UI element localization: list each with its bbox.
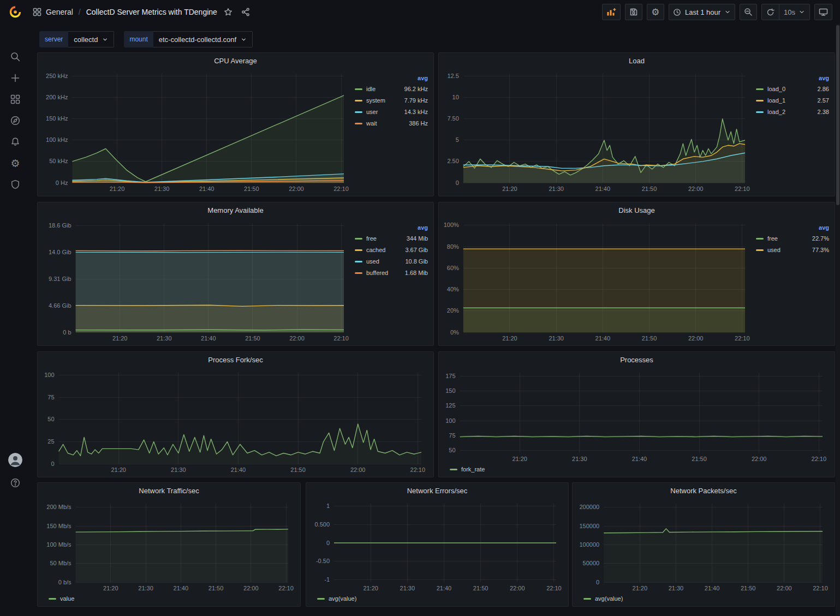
panel-title[interactable]: Network Traffic/sec [38, 483, 300, 498]
legend-item-cached[interactable]: cached3.67 Gib [355, 247, 428, 253]
chart-network-packets[interactable]: 21:2021:3021:4021:5022:0022:100500001000… [577, 498, 830, 593]
panel-title[interactable]: Process Fork/sec [38, 352, 433, 367]
legend-item-load_2[interactable]: load_22.38 [756, 109, 829, 115]
time-range-picker[interactable]: Last 1 hour [669, 4, 735, 20]
legend-item-free[interactable]: free344 Mib [355, 235, 428, 242]
legend-item-avg(value)[interactable]: avg(value) [583, 595, 623, 602]
legend-avg-header[interactable]: avg [756, 224, 829, 231]
alerting-icon [10, 136, 21, 147]
svg-text:21:20: 21:20 [363, 585, 378, 591]
svg-text:22:10: 22:10 [278, 585, 294, 591]
legend-label: user [366, 109, 378, 115]
zoom-out-button[interactable] [740, 4, 757, 20]
legend-item-load_1[interactable]: load_12.57 [756, 97, 829, 104]
panel-title[interactable]: Memory Available [38, 202, 433, 218]
panel-title[interactable]: Disk Usage [439, 202, 835, 218]
clock-icon [673, 8, 681, 16]
svg-text:9.31 Gib: 9.31 Gib [49, 276, 72, 282]
chart-load[interactable]: 21:2021:3021:4021:5022:0022:1002.5057.50… [443, 68, 753, 194]
svg-text:21:20: 21:20 [110, 186, 125, 192]
chart-network-errors[interactable]: 21:2021:3021:4021:5022:0022:10-1-0.5000.… [311, 498, 564, 593]
svg-text:150 kHz: 150 kHz [46, 115, 68, 122]
sidebar-item-configuration[interactable]: ⚙ [7, 154, 24, 172]
legend-avg-header[interactable]: avg [355, 75, 428, 81]
legend-item-user[interactable]: user14.3 kHz [355, 109, 428, 115]
panel-title[interactable]: Processes [439, 352, 835, 367]
svg-text:21:20: 21:20 [111, 467, 126, 473]
chart-disk-usage[interactable]: 21:2021:3021:4021:5022:0022:100%20%40%60… [443, 218, 753, 343]
panel-title[interactable]: CPU Average [38, 53, 433, 68]
legend-item-wait[interactable]: wait386 Hz [355, 120, 428, 127]
refresh-button[interactable] [762, 4, 779, 20]
chevron-down-icon [724, 9, 731, 15]
add-panel-button[interactable] [602, 4, 621, 20]
legend-item-fork_rate[interactable]: fork_rate [450, 466, 485, 473]
legend-label: idle [366, 86, 376, 92]
sidebar-item-search[interactable] [7, 48, 24, 65]
variable-server-select[interactable]: collectd [68, 31, 114, 47]
sidebar-item-server-admin[interactable] [7, 176, 24, 193]
legend-item-system[interactable]: system7.79 kHz [355, 97, 428, 104]
legend-item-avg(value)[interactable]: avg(value) [317, 595, 356, 602]
cycle-view-button[interactable] [814, 4, 832, 20]
user-avatar[interactable] [8, 453, 22, 467]
panel-cpu-average: CPU Average 21:2021:3021:4021:5022:0022:… [37, 52, 434, 196]
legend-item-buffered[interactable]: buffered1.68 Mib [355, 270, 428, 276]
apps-icon [33, 8, 41, 16]
svg-text:150000: 150000 [579, 523, 599, 529]
share-button[interactable] [239, 5, 252, 19]
legend-item-value[interactable]: value [49, 595, 74, 602]
sidebar-item-dashboards[interactable] [7, 91, 24, 108]
grafana-logo[interactable] [8, 4, 23, 20]
variable-mount-label: mount [124, 31, 153, 47]
variable-mount-value: etc-collectd-collectd.conf [159, 35, 236, 44]
chart-process-fork[interactable]: 21:2021:3021:4021:5022:0022:100255075100 [42, 367, 429, 475]
variable-mount-select[interactable]: etc-collectd-collectd.conf [153, 31, 253, 47]
legend-item-used[interactable]: used77.3% [756, 247, 829, 253]
star-button[interactable] [222, 5, 235, 19]
refresh-interval-select[interactable]: 10s [779, 4, 809, 20]
svg-text:21:30: 21:30 [157, 335, 172, 342]
svg-text:22:00: 22:00 [510, 585, 525, 591]
chart-cpu-average[interactable]: 21:2021:3021:4021:5022:0022:100 Hz50 kHz… [42, 68, 352, 194]
refresh-picker: 10s [761, 4, 810, 20]
svg-text:21:50: 21:50 [473, 585, 488, 591]
legend-avg-header[interactable]: avg [355, 224, 428, 231]
panel-title[interactable]: Load [439, 53, 835, 68]
scrollbar-thumb[interactable] [836, 25, 839, 205]
svg-text:75: 75 [449, 432, 455, 439]
legend-avg-header[interactable]: avg [756, 75, 829, 81]
legend-avg-value: 77.3% [812, 247, 829, 253]
dashboard-settings-button[interactable]: ⚙ [647, 4, 664, 20]
legend-avg-value: 3.67 Gib [405, 247, 428, 253]
chart-processes[interactable]: 21:2021:3021:4021:5022:0022:105075100125… [443, 367, 830, 464]
dashboard-variables: server collectd mount etc-collectd-colle… [39, 31, 253, 47]
sidebar-item-create[interactable] [7, 69, 24, 87]
sidebar-item-alerting[interactable] [7, 133, 24, 151]
save-dashboard-button[interactable] [625, 4, 642, 20]
svg-text:0: 0 [51, 460, 54, 467]
legend-item-free[interactable]: free22.7% [756, 235, 829, 242]
legend-item-load_0[interactable]: load_02.86 [756, 86, 829, 92]
panel-network-packets: Network Packets/sec 21:2021:3021:4021:50… [572, 482, 835, 607]
legend-item-used[interactable]: used10.8 Gib [355, 258, 428, 265]
sidebar-item-help[interactable] [7, 474, 24, 492]
svg-text:21:20: 21:20 [502, 335, 517, 342]
svg-text:21:20: 21:20 [633, 585, 648, 591]
svg-text:50000: 50000 [583, 560, 600, 566]
svg-text:100 kHz: 100 kHz [46, 136, 68, 143]
legend-avg-value: 344 Mib [407, 235, 428, 242]
sidebar-item-explore[interactable] [7, 112, 24, 129]
svg-text:21:20: 21:20 [512, 456, 527, 462]
chart-network-traffic[interactable]: 21:2021:3021:4021:5022:0022:100 b/s50 Mb… [42, 498, 296, 593]
breadcrumb-folder[interactable]: General [46, 8, 73, 16]
svg-text:50 kHz: 50 kHz [49, 158, 68, 164]
legend-item-idle[interactable]: idle96.2 kHz [355, 86, 428, 92]
panel-title[interactable]: Network Errors/sec [306, 483, 568, 498]
chart-memory-available[interactable]: 21:2021:3021:4021:5022:0022:100 b4.66 Gi… [42, 218, 352, 343]
legend-avg-value: 2.57 [818, 97, 829, 104]
legend: avgload_02.86load_12.57load_22.38 [753, 68, 830, 194]
panel-title[interactable]: Network Packets/sec [573, 483, 835, 498]
breadcrumb-dashboard-title[interactable]: CollectD Server Metrics with TDengine [86, 8, 217, 16]
svg-text:0 Hz: 0 Hz [56, 180, 68, 186]
